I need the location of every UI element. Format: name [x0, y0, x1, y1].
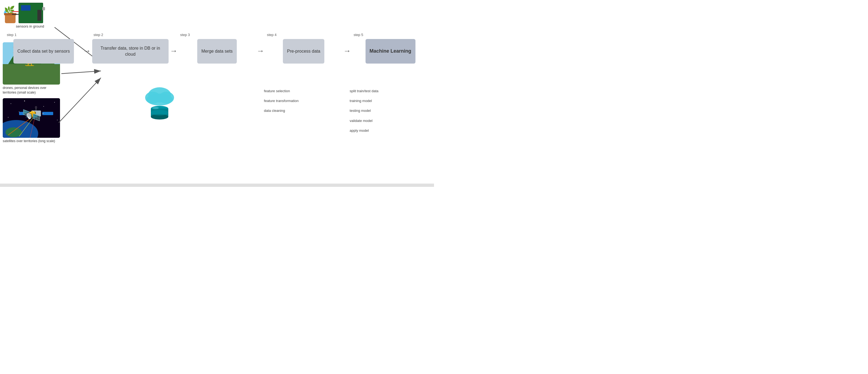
annotation-col-2 — [91, 87, 171, 139]
sensor-images: 🌿 💧 — [3, 0, 57, 23]
step5-annotation-3: testing model — [350, 108, 427, 113]
pot-body — [5, 14, 16, 23]
step2-container: step 2 Transfer data, store in DB or in … — [92, 33, 168, 64]
satellite-label: satellites over territories (long scale) — [3, 139, 60, 144]
arduino-board — [19, 3, 43, 23]
arrow3: → — [255, 46, 266, 55]
wire-red — [12, 11, 19, 12]
step4-annotation-2: feature transformation — [264, 98, 342, 103]
annotation-col-5: split train/test data training model tes… — [348, 87, 429, 139]
svg-line-39 — [61, 71, 101, 74]
spacer3 — [257, 87, 263, 139]
step5-label: step 5 — [352, 33, 363, 37]
spacer1 — [86, 87, 91, 139]
step4-label: step 4 — [266, 33, 276, 37]
step3-label: step 3 — [179, 33, 190, 37]
arrow2: → — [168, 46, 179, 55]
step1-box: Collect data set by sensors — [13, 39, 74, 64]
bottom-bar — [0, 184, 434, 187]
annotation-col-4: feature selection feature transformation… — [263, 87, 343, 139]
sensor-group: 🌿 💧 sensors in ground — [3, 0, 57, 28]
svg-rect-1 — [3, 64, 60, 85]
steps-row: step 1 Collect data set by sensors → ste… — [0, 33, 434, 64]
spacer4 — [343, 87, 348, 139]
step2-box: Transfer data, store in DB or in cloud — [92, 39, 168, 64]
arrow1: → — [82, 46, 92, 55]
step5-annotation-2: training model — [350, 98, 427, 103]
sensor-label: sensors in ground — [3, 24, 57, 28]
step2-label: step 2 — [92, 33, 103, 37]
step3-container: step 3 Merge data sets — [179, 33, 255, 64]
step5-container: step 5 Machine Learning — [352, 33, 429, 64]
arrow4: → — [342, 46, 352, 55]
annotation-col-3 — [177, 87, 257, 139]
step4-annotation-3: data cleaning — [264, 108, 342, 113]
step4-box: Pre-process data — [283, 39, 324, 64]
step4-container: step 4 Pre-process data — [266, 33, 342, 64]
step5-box: Machine Learning — [366, 39, 415, 64]
wire-black — [12, 14, 19, 15]
step5-annotation-5: apply model — [350, 128, 427, 133]
annotation-col-1 — [5, 87, 86, 139]
step5-annotation-4: validate model — [350, 118, 427, 123]
step3-box: Merge data sets — [197, 39, 237, 64]
usb-connector — [42, 7, 45, 10]
annotations-row: feature selection feature transformation… — [0, 87, 434, 139]
plant-pot: 🌿 💧 — [3, 3, 18, 23]
diagram-container: 🌿 💧 sensors in ground — [0, 0, 434, 187]
step1-label: step 1 — [5, 33, 17, 37]
step4-annotation-1: feature selection — [264, 89, 342, 94]
step1-container: step 1 Collect data set by sensors — [5, 33, 82, 64]
step5-annotation-1: split train/test data — [350, 89, 427, 94]
spacer2 — [171, 87, 177, 139]
